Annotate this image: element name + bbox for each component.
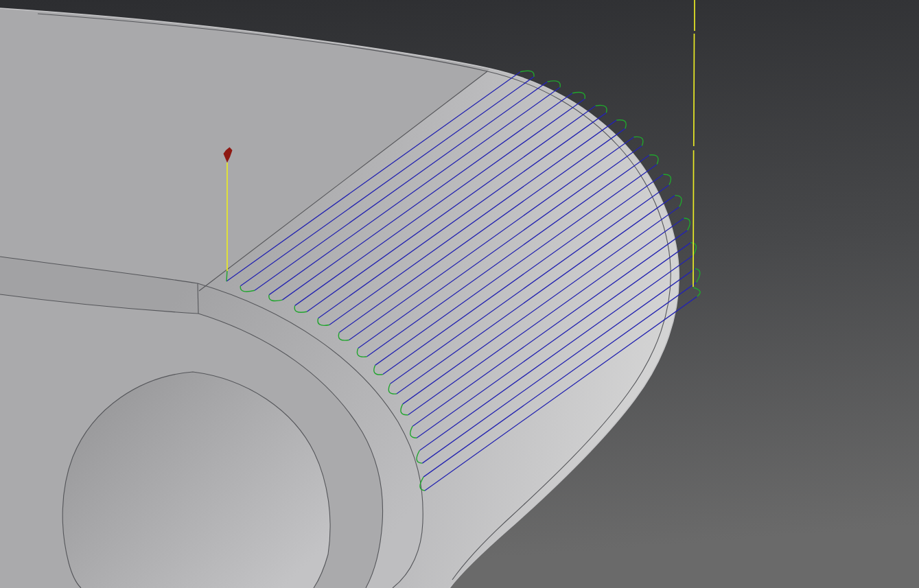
cam-viewport[interactable]: [0, 0, 919, 588]
viewport-canvas[interactable]: [0, 0, 919, 588]
